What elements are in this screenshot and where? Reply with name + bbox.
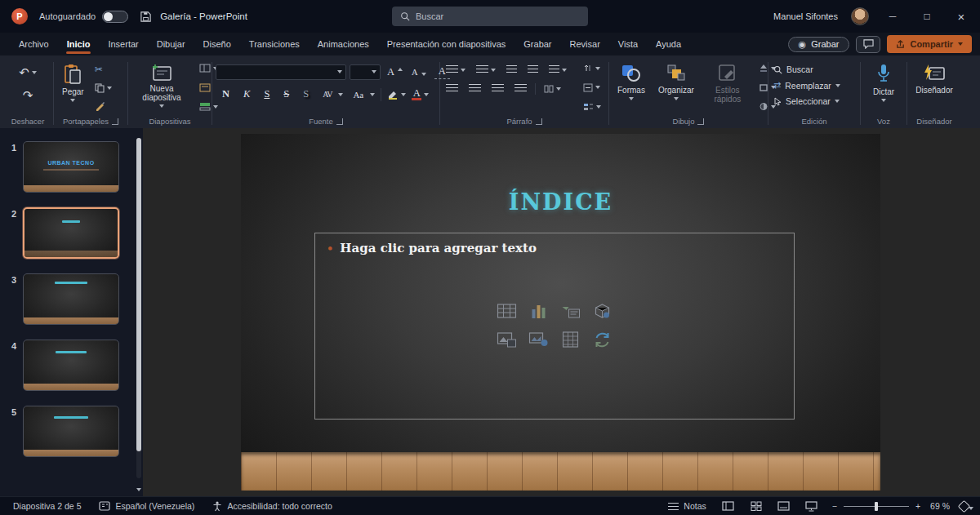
insert-chart-icon[interactable] xyxy=(528,300,550,322)
character-spacing-button[interactable]: AV xyxy=(316,87,345,101)
portapapeles-dialog-launcher[interactable] xyxy=(112,118,118,125)
slideshow-view-button[interactable] xyxy=(800,498,824,514)
insert-icons-icon[interactable] xyxy=(592,329,613,350)
parrafo-dialog-launcher[interactable] xyxy=(536,118,542,125)
current-slide[interactable]: ÍNDICE • Haga clic para agregar texto xyxy=(241,134,880,491)
change-case-button[interactable]: Aa xyxy=(346,87,377,102)
quick-styles-button[interactable]: Estilos rápidos xyxy=(702,60,753,107)
reading-view-button[interactable] xyxy=(772,498,796,514)
tab-dibujar[interactable]: Dibujar xyxy=(148,33,194,55)
text-shadow-button[interactable]: S xyxy=(296,86,315,103)
strikethrough-button[interactable]: S xyxy=(277,86,296,103)
zoom-slider[interactable]: − + xyxy=(832,501,920,511)
text-direction-button[interactable] xyxy=(581,62,604,74)
fit-slide-to-window-button[interactable] xyxy=(958,499,971,513)
format-painter-button[interactable] xyxy=(92,100,114,113)
tab-vista[interactable]: Vista xyxy=(609,33,647,55)
align-center-button[interactable] xyxy=(466,82,483,95)
convert-smartart-button[interactable] xyxy=(581,100,604,113)
comments-button[interactable] xyxy=(856,36,880,53)
zoom-out-button[interactable]: − xyxy=(832,501,837,511)
font-color-button[interactable]: A xyxy=(409,87,431,102)
notes-button[interactable]: Notas xyxy=(662,501,712,511)
tab-insertar[interactable]: Insertar xyxy=(99,33,147,55)
normal-view-button[interactable] xyxy=(716,498,741,514)
font-name-combo[interactable] xyxy=(216,64,346,80)
italic-button[interactable]: K xyxy=(237,86,256,103)
arrange-button[interactable]: Organizar xyxy=(653,60,699,104)
slide-title[interactable]: ÍNDICE xyxy=(241,189,880,215)
highlight-color-button[interactable] xyxy=(385,87,408,101)
tab-revisar[interactable]: Revisar xyxy=(561,33,609,55)
copy-button[interactable] xyxy=(92,82,114,95)
insert-picture-icon[interactable] xyxy=(497,329,518,350)
dibujo-dialog-launcher[interactable] xyxy=(697,118,704,125)
user-avatar[interactable] xyxy=(851,7,869,25)
zoom-level[interactable]: 69 % xyxy=(929,501,951,511)
close-button[interactable]: × xyxy=(951,10,972,24)
bullets-button[interactable] xyxy=(443,64,468,76)
maximize-button[interactable]: □ xyxy=(916,11,938,22)
redo-button[interactable]: ↷ xyxy=(20,87,36,104)
zoom-slider-knob[interactable] xyxy=(875,502,878,511)
share-button[interactable]: Compartir xyxy=(887,35,972,53)
undo-button[interactable]: ↶ xyxy=(16,64,39,82)
tab-diseno[interactable]: Diseño xyxy=(194,33,240,55)
language-button[interactable]: Español (Venezuela) xyxy=(92,501,201,511)
zoom-in-button[interactable]: + xyxy=(915,501,920,511)
decrease-font-button[interactable]: A xyxy=(408,66,429,78)
dictate-button[interactable]: Dictar xyxy=(868,60,899,105)
record-button[interactable]: ◉ Grabar xyxy=(788,37,850,52)
new-slide-button[interactable]: Nueva diapositiva xyxy=(131,60,192,111)
user-name[interactable]: Manuel Sifontes xyxy=(773,11,838,21)
shapes-button[interactable]: Formas xyxy=(612,60,650,104)
select-button[interactable]: Seleccionar xyxy=(772,95,841,108)
align-left-button[interactable] xyxy=(443,82,461,95)
justify-button[interactable] xyxy=(512,82,529,95)
tab-archivo[interactable]: Archivo xyxy=(10,33,58,55)
tab-presentacion[interactable]: Presentación con diapositivas xyxy=(378,33,515,55)
panel-scrollbar-thumb[interactable] xyxy=(136,138,141,451)
slide-sorter-view-button[interactable] xyxy=(744,498,768,514)
save-icon[interactable] xyxy=(140,11,152,23)
bold-button[interactable]: N xyxy=(216,86,236,103)
columns-button[interactable] xyxy=(541,83,564,95)
insert-table-icon[interactable] xyxy=(497,300,518,322)
find-button[interactable]: Buscar xyxy=(772,63,815,76)
thumbnail-slide-2[interactable]: 2 xyxy=(5,207,143,259)
thumbnail-slide-1[interactable]: 1 URBAN TECNO xyxy=(5,141,143,193)
content-placeholder[interactable]: • Haga clic para agregar texto xyxy=(314,233,795,420)
align-text-button[interactable] xyxy=(581,82,604,94)
insert-smartart-icon[interactable] xyxy=(560,300,581,322)
increase-font-button[interactable]: A xyxy=(384,64,405,80)
thumbnail-slide-4[interactable]: 4 xyxy=(5,340,143,391)
insert-video-icon[interactable] xyxy=(560,329,581,350)
tab-animaciones[interactable]: Animaciones xyxy=(309,33,378,55)
increase-indent-button[interactable] xyxy=(525,64,541,76)
panel-scroll-down-arrow[interactable] xyxy=(136,488,141,491)
autosave-toggle[interactable] xyxy=(102,11,128,23)
zoom-slider-track[interactable] xyxy=(844,506,909,507)
tab-inicio[interactable]: Inicio xyxy=(58,33,100,55)
fuente-dialog-launcher[interactable] xyxy=(336,118,343,125)
insert-3d-model-icon[interactable] xyxy=(592,300,613,322)
tab-ayuda[interactable]: Ayuda xyxy=(647,33,690,55)
decrease-indent-button[interactable] xyxy=(504,64,519,76)
line-spacing-button[interactable] xyxy=(546,64,569,76)
thumbnail-slide-3[interactable]: 3 xyxy=(5,273,143,325)
minimize-button[interactable]: ─ xyxy=(882,11,903,22)
panel-scrollbar[interactable] xyxy=(136,138,141,478)
cut-button[interactable]: ✂ xyxy=(92,62,114,77)
underline-button[interactable]: S xyxy=(257,86,276,103)
tab-transiciones[interactable]: Transiciones xyxy=(240,33,309,55)
accessibility-button[interactable]: Accesibilidad: todo correcto xyxy=(206,501,338,512)
thumbnail-slide-5[interactable]: 5 xyxy=(5,406,143,457)
insert-stock-image-icon[interactable] xyxy=(528,329,550,350)
numbering-button[interactable] xyxy=(474,64,498,76)
align-right-button[interactable] xyxy=(489,82,506,95)
replace-button[interactable]: ⇄ Reemplazar xyxy=(772,78,842,92)
font-size-combo[interactable] xyxy=(350,64,381,80)
designer-button[interactable]: Diseñador xyxy=(911,60,958,98)
tab-grabar[interactable]: Grabar xyxy=(514,33,560,55)
paste-button[interactable]: Pegar xyxy=(57,60,89,105)
